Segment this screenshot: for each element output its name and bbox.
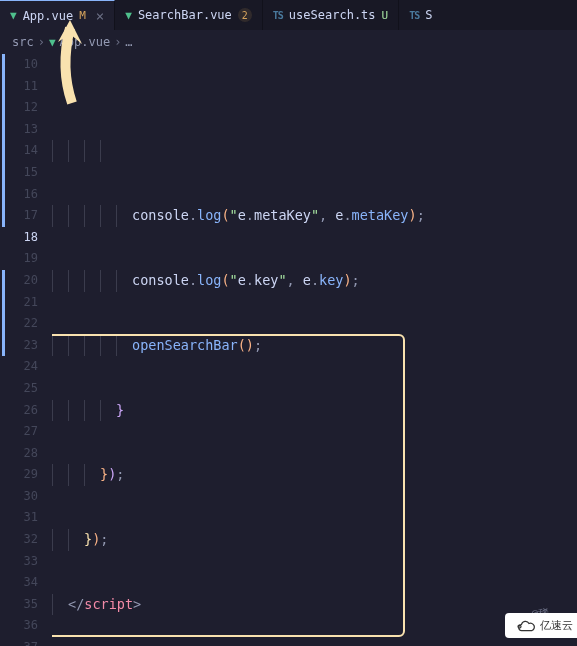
git-gutter-modified xyxy=(2,270,5,356)
code-editor[interactable]: 1011 1213 1415 1617 1819 2021 2223 2425 … xyxy=(0,54,577,646)
git-status-u: U xyxy=(382,9,389,22)
code-content[interactable]: console.log("e.metaKey", e.metaKey); con… xyxy=(52,54,577,646)
git-status-count: 2 xyxy=(238,8,252,22)
cloud-icon xyxy=(513,619,535,633)
chevron-right-icon: › xyxy=(114,35,121,49)
vue-icon: ▼ xyxy=(125,9,132,22)
tab-searchbar-vue[interactable]: ▼ SearchBar.vue 2 xyxy=(115,0,263,30)
tab-title: S xyxy=(425,8,432,22)
vue-icon: ▼ xyxy=(10,9,17,22)
line-numbers: 1011 1213 1415 1617 1819 2021 2223 2425 … xyxy=(0,54,52,646)
editor-tabs: ▼ App.vue M × ▼ SearchBar.vue 2 TS useSe… xyxy=(0,0,577,30)
tab-app-vue[interactable]: ▼ App.vue M × xyxy=(0,0,115,30)
breadcrumb-item: App.vue xyxy=(60,35,111,49)
svg-point-0 xyxy=(518,625,521,628)
tab-usesearch-ts[interactable]: TS useSearch.ts U xyxy=(263,0,399,30)
tab-title: useSearch.ts xyxy=(289,8,376,22)
tab-partial[interactable]: TS S xyxy=(399,0,442,30)
vue-icon: ▼ xyxy=(49,36,56,49)
breadcrumb[interactable]: src › ▼ App.vue › … xyxy=(0,30,577,54)
ts-icon: TS xyxy=(409,10,419,21)
breadcrumb-item: … xyxy=(125,35,132,49)
git-status-m: M xyxy=(79,9,86,22)
logo-watermark: 亿速云 xyxy=(505,613,577,638)
tab-title: SearchBar.vue xyxy=(138,8,232,22)
chevron-right-icon: › xyxy=(38,35,45,49)
breadcrumb-item: src xyxy=(12,35,34,49)
tab-title: App.vue xyxy=(23,9,74,23)
close-icon[interactable]: × xyxy=(96,8,104,24)
ts-icon: TS xyxy=(273,10,283,21)
git-gutter-modified xyxy=(2,54,5,227)
